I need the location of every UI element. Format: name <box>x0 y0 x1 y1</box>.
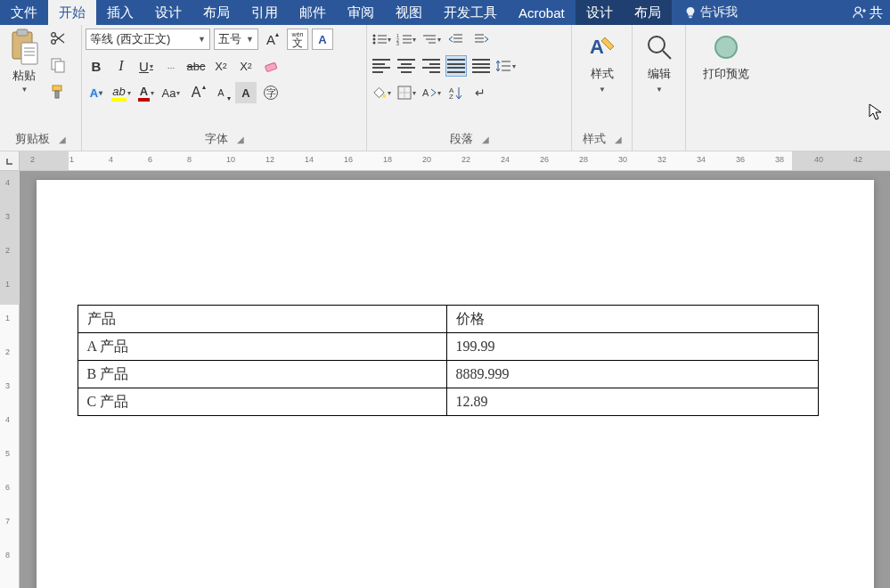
snap-to-grid-button[interactable]: A▾ <box>421 82 442 103</box>
paragraph-dialog-launcher[interactable]: ◢ <box>482 135 489 144</box>
tab-selector[interactable] <box>0 151 20 171</box>
svg-text:A: A <box>590 36 604 58</box>
character-shading-button[interactable]: A <box>235 82 257 103</box>
svg-rect-2 <box>17 29 28 36</box>
align-distributed-button[interactable] <box>470 55 492 77</box>
bullets-icon <box>372 33 387 45</box>
tab-developer[interactable]: 开发工具 <box>433 0 508 25</box>
line-spacing-button[interactable]: ▾ <box>495 55 517 77</box>
share-button[interactable]: 共 <box>845 0 890 25</box>
font-dialog-launcher[interactable]: ◢ <box>237 135 244 144</box>
change-case-button[interactable]: Aa▾ <box>160 82 182 103</box>
underline-button[interactable]: U▾ <box>135 55 157 77</box>
svg-text:3: 3 <box>396 41 399 45</box>
font-size-select[interactable]: 五号 ▼ <box>214 29 258 50</box>
table-cell[interactable]: 价格 <box>446 306 818 333</box>
align-justify-button[interactable] <box>445 55 467 77</box>
tab-acrobat[interactable]: Acrobat <box>508 0 576 25</box>
sort-button[interactable]: AZ <box>445 82 467 103</box>
table-row: B 产品 8889.999 <box>78 361 818 388</box>
copy-button[interactable] <box>48 55 68 75</box>
cut-button[interactable] <box>48 29 68 48</box>
styles-label: 样式 <box>591 66 614 82</box>
increase-indent-button[interactable] <box>470 29 492 50</box>
borders-button[interactable]: ▾ <box>396 82 417 103</box>
svg-point-52 <box>715 37 737 58</box>
tab-file[interactable]: 文件 <box>0 0 48 25</box>
paste-label: 粘贴 <box>12 68 36 84</box>
styles-button[interactable]: A 样式 ▼ <box>576 29 628 97</box>
numbering-icon: 123 <box>396 33 412 45</box>
table-cell[interactable]: 产品 <box>78 306 446 333</box>
svg-point-8 <box>52 33 56 37</box>
subscript-button[interactable]: X2 <box>210 55 232 77</box>
align-center-button[interactable] <box>396 55 417 77</box>
tab-view[interactable]: 视图 <box>385 0 433 25</box>
grow-font-big-button[interactable]: A▴ <box>185 82 207 103</box>
highlight-button[interactable]: ab▾ <box>110 82 132 103</box>
tell-me-label: 告诉我 <box>700 4 738 20</box>
document-canvas[interactable]: 产品 价格 A 产品 199.99 B 产品 8889.999 C 产品 12.… <box>20 171 890 588</box>
document-table[interactable]: 产品 价格 A 产品 199.99 B 产品 8889.999 C 产品 12.… <box>78 305 819 416</box>
tell-me-search[interactable]: 告诉我 <box>684 0 738 25</box>
clipboard-group-label: 剪贴板 <box>15 131 50 147</box>
lightbulb-icon <box>684 6 697 19</box>
grow-font-button[interactable]: A▴ <box>262 29 283 50</box>
italic-button[interactable]: I <box>110 55 132 77</box>
font-color-button[interactable]: A▾ <box>135 82 157 103</box>
superscript-button[interactable]: X2 <box>235 55 257 77</box>
bold-button[interactable]: B <box>86 55 107 77</box>
print-preview-label: 打印预览 <box>703 66 749 82</box>
multilevel-list-button[interactable]: ▾ <box>421 29 442 50</box>
tab-table-design[interactable]: 设计 <box>576 0 624 25</box>
indent-icon <box>473 33 489 45</box>
phonetic-guide-button[interactable]: wén 文 <box>287 29 308 50</box>
paste-button[interactable]: 粘贴 ▼ <box>4 29 45 102</box>
table-cell[interactable]: A 产品 <box>78 333 446 361</box>
chevron-down-icon: ▼ <box>599 86 606 94</box>
text-direction-icon: A <box>421 86 437 99</box>
decrease-indent-button[interactable] <box>445 29 467 50</box>
tab-review[interactable]: 审阅 <box>337 0 385 25</box>
tab-layout[interactable]: 布局 <box>192 0 241 25</box>
enclose-characters-button[interactable]: 字 <box>260 82 282 103</box>
svg-rect-12 <box>55 61 64 72</box>
vertical-ruler[interactable]: 432112345678 <box>0 171 20 588</box>
font-group-label: 字体 <box>205 131 228 147</box>
font-size-value: 五号 <box>218 31 241 47</box>
clipboard-dialog-launcher[interactable]: ◢ <box>59 135 66 144</box>
table-cell[interactable]: C 产品 <box>78 388 446 416</box>
character-border-button[interactable]: A <box>312 29 333 50</box>
horizontal-ruler[interactable]: 214681012141618202224262830323436384042 <box>0 151 890 171</box>
shrink-font-button[interactable]: A▾ <box>210 82 232 103</box>
dotted-underline-button[interactable]: … <box>160 55 182 77</box>
svg-rect-14 <box>55 91 59 98</box>
shading-button[interactable]: ▾ <box>371 82 392 103</box>
format-painter-button[interactable] <box>48 82 68 102</box>
table-cell[interactable]: 12.89 <box>446 388 818 416</box>
tab-home[interactable]: 开始 <box>48 0 96 25</box>
format-painter-icon <box>50 84 66 100</box>
text-effects-button[interactable]: A▾ <box>86 82 107 103</box>
tab-design[interactable]: 设计 <box>144 0 192 25</box>
table-cell[interactable]: 199.99 <box>446 333 818 361</box>
show-marks-button[interactable]: ↵ <box>470 82 492 103</box>
strikethrough-button[interactable]: abc <box>185 55 207 77</box>
numbering-button[interactable]: 123▾ <box>396 29 417 50</box>
print-preview-button[interactable]: 打印预览 <box>690 29 763 86</box>
font-name-select[interactable]: 等线 (西文正文) ▼ <box>86 29 210 50</box>
search-icon <box>644 32 674 62</box>
table-cell[interactable]: B 产品 <box>78 361 446 388</box>
align-right-button[interactable] <box>421 55 442 77</box>
styles-dialog-launcher[interactable]: ◢ <box>615 135 622 144</box>
tab-mailings[interactable]: 邮件 <box>289 0 337 25</box>
tab-table-layout[interactable]: 布局 <box>624 0 672 25</box>
table-cell[interactable]: 8889.999 <box>446 361 818 388</box>
tab-references[interactable]: 引用 <box>241 0 289 25</box>
editing-button[interactable]: 编辑 ▼ <box>636 29 682 97</box>
bullets-button[interactable]: ▾ <box>371 29 392 50</box>
clear-formatting-button[interactable] <box>260 55 282 77</box>
table-row: 产品 价格 <box>78 306 818 333</box>
align-left-button[interactable] <box>371 55 392 77</box>
tab-insert[interactable]: 插入 <box>96 0 144 25</box>
